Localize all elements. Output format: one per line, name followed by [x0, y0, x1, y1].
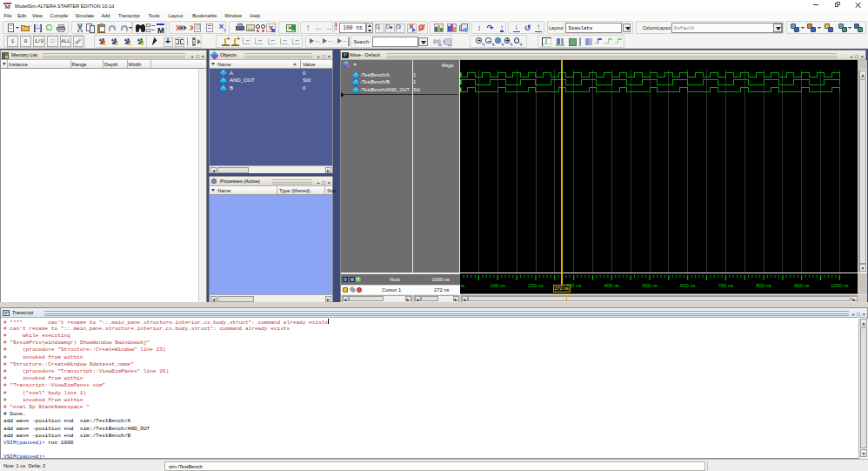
- svg-text:0 ns: 0 ns: [460, 283, 464, 288]
- svg-text:600 ns: 600 ns: [680, 283, 696, 288]
- svg-text:400 ns: 400 ns: [604, 283, 620, 288]
- svg-text:100 ns: 100 ns: [491, 283, 506, 288]
- svg-text:200 ns: 200 ns: [528, 283, 544, 288]
- svg-text:1000 ns: 1000 ns: [831, 283, 849, 288]
- svg-text:500 ns: 500 ns: [642, 283, 658, 288]
- svg-text:700 ns: 700 ns: [718, 283, 734, 288]
- svg-text:800 ns: 800 ns: [756, 283, 771, 288]
- svg-text:900 ns: 900 ns: [794, 283, 810, 288]
